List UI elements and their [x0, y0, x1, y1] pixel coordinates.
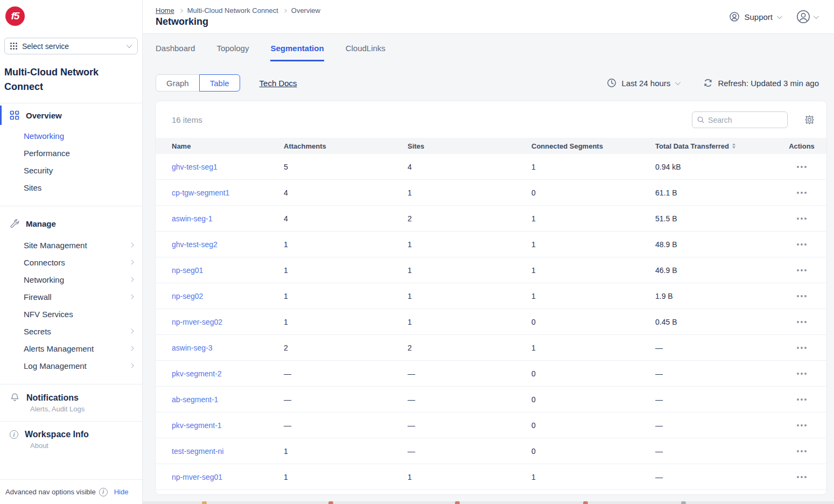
cell-sites: — [408, 421, 531, 430]
cell-name: test-segment-ni [156, 447, 284, 456]
hide-link[interactable]: Hide [114, 488, 129, 496]
sidebar-item-performance[interactable]: Performance [0, 144, 142, 162]
sidebar-item-networking[interactable]: Networking [0, 127, 142, 144]
sort-icon[interactable] [732, 143, 735, 149]
segment-name-link[interactable]: pkv-segment-1 [172, 421, 222, 430]
account-menu[interactable] [796, 10, 819, 24]
cell-total-data: 48.9 B [655, 240, 784, 249]
col-total-data-transferred[interactable]: Total Data Transferred [655, 142, 784, 150]
segment-name-link[interactable]: ghv-test-seg2 [172, 240, 218, 249]
segment-name-link[interactable]: np-seg01 [172, 266, 203, 275]
cell-sites: 1 [408, 266, 531, 275]
segment-name-link[interactable]: np-mver-seg02 [172, 318, 222, 326]
segment-name-link[interactable]: aswin-seg-3 [172, 344, 212, 352]
manage-section: Manage Site Management Connectors N [0, 206, 142, 383]
cell-total-data: — [655, 344, 784, 352]
table-row: aswin-seg-3 2 2 1 — [156, 335, 826, 361]
graph-view-button[interactable]: Graph [156, 74, 200, 92]
sidebar-item-sites[interactable]: Sites [0, 179, 142, 196]
cell-name: aswin-seg-3 [156, 344, 284, 352]
cell-connected-segments: 1 [531, 292, 655, 300]
segment-name-link[interactable]: np-mver-seg01 [172, 473, 222, 481]
search-input[interactable] [708, 116, 782, 124]
chevron-right-icon [129, 346, 134, 351]
wrench-icon [10, 219, 19, 228]
row-actions-menu-icon[interactable] [795, 447, 809, 456]
row-actions-menu-icon[interactable] [795, 292, 809, 300]
cell-attachments: 2 [284, 344, 408, 352]
sidebar-item-notifications[interactable]: Notifications Alerts, Audit Logs [0, 384, 142, 421]
sidebar-item-label: Site Management [24, 241, 87, 250]
cell-name: cp-tgw-segment1 [156, 188, 284, 197]
cell-attachments: 5 [284, 163, 408, 171]
cell-attachments: 4 [284, 188, 408, 197]
sidebar-footer: Advanced nav options visible i Hide [0, 479, 142, 504]
tech-docs-link[interactable]: Tech Docs [260, 79, 297, 88]
row-actions-menu-icon[interactable] [795, 163, 809, 171]
segment-name-link[interactable]: pkv-segment-2 [172, 369, 222, 378]
sidebar-item[interactable]: Connectors [0, 254, 142, 271]
breadcrumb-mcn[interactable]: Multi-Cloud Network Connect [187, 6, 278, 15]
cell-name: ghv-test-seg2 [156, 240, 284, 249]
row-actions-menu-icon[interactable] [795, 473, 809, 481]
row-actions-menu-icon[interactable] [795, 188, 809, 197]
view-toggle: Graph Table [156, 74, 240, 92]
table-row: np-mver-seg02 1 1 0 0.45 B [156, 309, 826, 335]
tab-dashboard[interactable]: Dashboard [156, 44, 195, 61]
sidebar-item[interactable]: NFV Services [0, 305, 142, 323]
tab-topology[interactable]: Topology [216, 44, 249, 61]
info-icon: i [10, 430, 18, 439]
time-range-dropdown[interactable]: Last 24 hours [607, 78, 681, 88]
cell-total-data: — [655, 421, 784, 430]
breadcrumb-home[interactable]: Home [156, 6, 174, 15]
row-actions-menu-icon[interactable] [795, 369, 809, 378]
row-actions-menu-icon[interactable] [795, 240, 809, 249]
breadcrumb-overview[interactable]: Overview [291, 6, 320, 15]
segment-name-link[interactable]: cp-tgw-segment1 [172, 188, 229, 197]
segment-name-link[interactable]: aswin-seg-1 [172, 214, 212, 223]
refresh-button[interactable]: Refresh: Updated 3 min ago [703, 78, 819, 88]
chevron-right-icon [129, 294, 134, 299]
segment-name-link[interactable]: test-segment-ni [172, 447, 223, 456]
segment-name-link[interactable]: ab-segment-1 [172, 395, 218, 404]
sidebar-item[interactable]: Secrets [0, 323, 142, 340]
sidebar-item-label: Alerts Management [24, 344, 94, 353]
tab-cloudlinks[interactable]: CloudLinks [346, 44, 386, 61]
cell-connected-segments: 0 [531, 188, 655, 197]
row-actions-menu-icon[interactable] [795, 214, 809, 223]
table-row: pkv-segment-1 — — 0 — [156, 412, 826, 438]
cell-sites: — [408, 447, 531, 456]
chevron-right-icon [179, 9, 183, 12]
cell-sites: 1 [408, 473, 531, 481]
row-actions-menu-icon[interactable] [795, 395, 809, 404]
row-actions-menu-icon[interactable] [795, 421, 809, 430]
table-settings-gear-icon[interactable] [804, 115, 815, 125]
cell-actions [784, 344, 826, 352]
tab-segmentation[interactable]: Segmentation [270, 44, 324, 61]
segment-name-link[interactable]: np-seg02 [172, 292, 203, 300]
sidebar-item-overview[interactable]: Overview [0, 103, 142, 127]
row-actions-menu-icon[interactable] [795, 344, 809, 352]
table-header-bar: 16 items [156, 101, 826, 138]
cell-total-data: — [655, 447, 784, 456]
segment-name-link[interactable]: ghv-test-seg1 [172, 163, 218, 171]
overview-subnav: Networking Performance Security Sites [0, 127, 142, 196]
chevron-right-icon [129, 277, 134, 282]
support-menu[interactable]: Support [729, 11, 782, 22]
user-avatar-icon [796, 10, 810, 24]
select-service-dropdown[interactable]: Select service [4, 38, 138, 54]
sidebar-item[interactable]: Alerts Management [0, 340, 142, 357]
sidebar-item[interactable]: Log Management [0, 357, 142, 374]
cell-actions [784, 318, 826, 326]
row-actions-menu-icon[interactable] [795, 318, 809, 326]
sidebar-item-manage[interactable]: Manage [0, 214, 142, 233]
refresh-icon [703, 78, 713, 88]
sidebar-item-security[interactable]: Security [0, 162, 142, 179]
sidebar-item[interactable]: Networking [0, 271, 142, 288]
table-view-button[interactable]: Table [199, 74, 240, 92]
table-row: ab-segment-1 — — 0 — [156, 387, 826, 412]
sidebar-item-workspace-info[interactable]: i Workspace Info About [0, 421, 142, 458]
sidebar-item[interactable]: Site Management [0, 236, 142, 254]
sidebar-item[interactable]: Firewall [0, 288, 142, 305]
row-actions-menu-icon[interactable] [795, 266, 809, 275]
